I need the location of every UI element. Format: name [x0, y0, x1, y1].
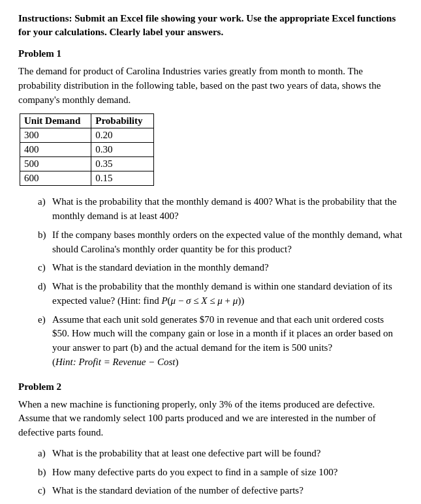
q2a-label: a) — [38, 447, 52, 461]
prob-300: 0.20 — [91, 128, 153, 143]
q2c-label: c) — [38, 484, 52, 498]
question-1b: b) If the company bases monthly orders o… — [38, 228, 403, 257]
problem2-intro: When a new machine is functioning proper… — [18, 398, 403, 440]
q1d-label: d) — [38, 280, 52, 294]
question-2c: c) What is the standard deviation of the… — [38, 484, 403, 498]
prob-400: 0.30 — [91, 143, 153, 157]
table-row: 400 0.30 — [20, 143, 154, 157]
question-1e: e) Assume that each unit sold generates … — [38, 313, 403, 370]
q1a-label: a) — [38, 195, 52, 209]
q1d-text: What is the probability that the monthly… — [52, 280, 403, 308]
q1c-text: What is the standard deviation in the mo… — [52, 261, 403, 275]
q2c-text: What is the standard deviation of the nu… — [52, 484, 403, 498]
q1b-label: b) — [38, 228, 52, 243]
q2a-text: What is the probability that at least on… — [52, 447, 403, 461]
table-row: 500 0.35 — [20, 157, 154, 171]
table-row: 600 0.15 — [20, 171, 154, 186]
q1e-label: e) — [38, 313, 52, 327]
table-header-prob: Probability — [91, 114, 153, 128]
demand-table: Unit Demand Probability 300 0.20 400 0.3… — [20, 113, 154, 186]
q2b-label: b) — [38, 466, 52, 480]
table-row: 300 0.20 — [20, 128, 154, 143]
unit-demand-600: 600 — [20, 171, 91, 186]
question-1d: d) What is the probability that the mont… — [38, 280, 403, 308]
instructions-text: Instructions: Submit an Excel file showi… — [18, 12, 403, 39]
problem1-intro: The demand for product of Carolina Indus… — [18, 65, 403, 107]
question-2a: a) What is the probability that at least… — [38, 447, 403, 461]
question-1a: a) What is the probability that the mont… — [38, 195, 403, 224]
unit-demand-500: 500 — [20, 157, 91, 171]
problem2-title: Problem 2 — [18, 381, 403, 393]
q1b-text: If the company bases monthly orders on t… — [52, 228, 403, 257]
unit-demand-300: 300 — [20, 128, 91, 143]
problem2-questions: a) What is the probability that at least… — [18, 447, 403, 504]
question-2b: b) How many defective parts do you expec… — [38, 466, 403, 480]
question-1c: c) What is the standard deviation in the… — [38, 261, 403, 275]
q2b-text: How many defective parts do you expect t… — [52, 466, 403, 480]
q1a-text: What is the probability that the monthly… — [52, 195, 403, 224]
problem1-title: Problem 1 — [18, 48, 403, 59]
problem2-section: Problem 2 When a new machine is function… — [18, 381, 403, 505]
problem1-section: Problem 1 The demand for product of Caro… — [18, 48, 403, 370]
q1c-label: c) — [38, 261, 52, 275]
q1e-text: Assume that each unit sold generates $70… — [52, 313, 403, 370]
problem1-questions: a) What is the probability that the mont… — [18, 195, 403, 369]
prob-500: 0.35 — [91, 157, 153, 171]
prob-600: 0.15 — [91, 171, 153, 186]
table-header-unit: Unit Demand — [20, 114, 91, 128]
unit-demand-400: 400 — [20, 143, 91, 157]
